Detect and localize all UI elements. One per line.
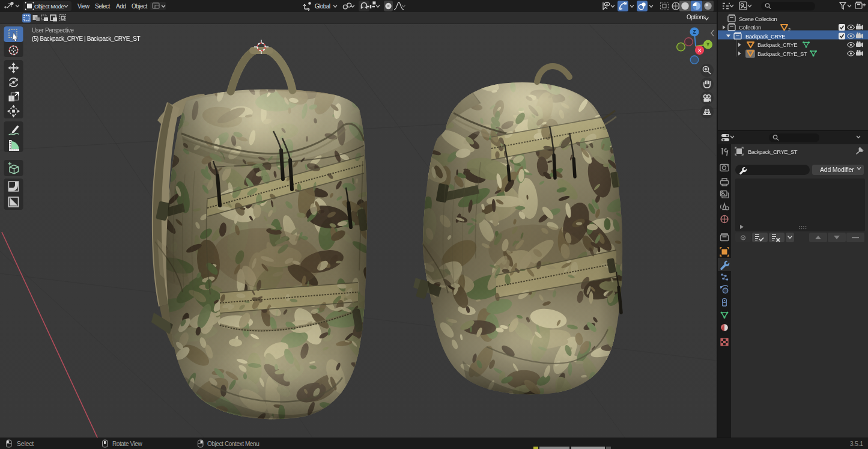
svg-text:(5) Backpack_CRYE | Backpack_C: (5) Backpack_CRYE | Backpack_CRYE_ST xyxy=(32,35,140,42)
svg-text:Collection: Collection xyxy=(739,24,761,31)
svg-text:Backpack_CRYE: Backpack_CRYE xyxy=(745,33,785,40)
svg-text:Y: Y xyxy=(706,41,710,47)
svg-text:Add Modifier: Add Modifier xyxy=(820,166,854,173)
svg-text:Backpack_CRYE: Backpack_CRYE xyxy=(757,41,797,48)
svg-text:Backpack_CRYE_ST: Backpack_CRYE_ST xyxy=(748,148,798,155)
svg-text:Object Context Menu: Object Context Menu xyxy=(207,441,259,447)
svg-text:Select: Select xyxy=(95,3,111,10)
svg-text:3.5.1: 3.5.1 xyxy=(850,440,864,447)
svg-text:Backpack_CRYE_ST: Backpack_CRYE_ST xyxy=(757,50,807,57)
svg-text:Add: Add xyxy=(116,3,126,10)
svg-text:Scene Collection: Scene Collection xyxy=(739,16,777,22)
svg-text:Object: Object xyxy=(132,3,148,10)
svg-text:Z: Z xyxy=(693,29,696,35)
svg-text:Select: Select xyxy=(17,440,34,447)
svg-text:User Perspective: User Perspective xyxy=(32,27,74,34)
svg-text:Rotate View: Rotate View xyxy=(112,441,143,447)
svg-text:2: 2 xyxy=(788,27,791,32)
svg-text:Global: Global xyxy=(315,3,330,10)
svg-text:Object Mode: Object Mode xyxy=(34,3,64,10)
svg-text:X: X xyxy=(698,47,702,53)
svg-text:View: View xyxy=(77,3,90,10)
